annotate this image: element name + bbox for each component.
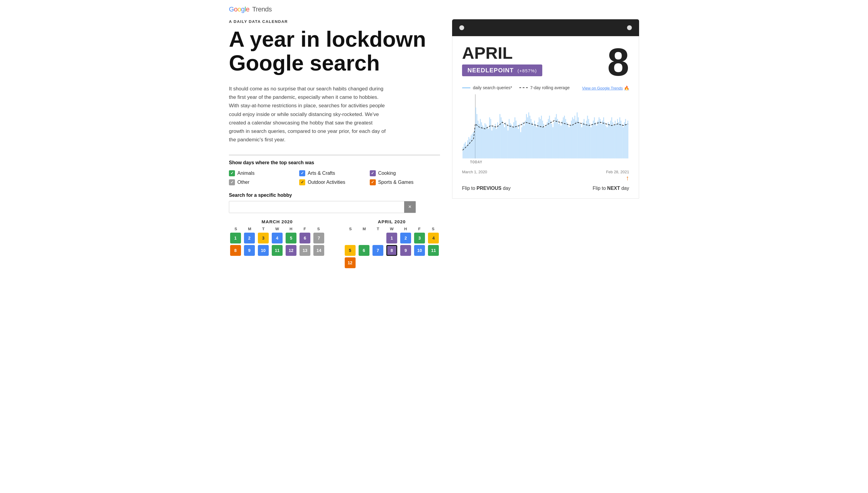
svg-text:TODAY: TODAY — [470, 160, 482, 164]
cal-empty — [358, 233, 369, 243]
filter-other[interactable]: ✓ Other — [229, 179, 299, 185]
svg-rect-66 — [537, 122, 538, 158]
table-row[interactable]: 11 — [272, 245, 283, 256]
svg-rect-77 — [550, 121, 551, 158]
svg-rect-144 — [627, 121, 628, 158]
table-row[interactable]: 9 — [244, 245, 255, 256]
table-row-selected[interactable]: 8 — [386, 245, 397, 256]
arrow-up-icon: ↑ — [626, 174, 629, 182]
svg-rect-23 — [488, 129, 489, 158]
table-row[interactable]: 4 — [272, 233, 283, 243]
table-row[interactable]: 8 — [230, 245, 241, 256]
svg-rect-109 — [587, 116, 588, 158]
table-row[interactable]: 6 — [358, 245, 369, 256]
calendar-march: MARCH 2020 S M T W H F S 1 2 3 4 — [229, 219, 326, 269]
table-row[interactable]: 1 — [230, 233, 241, 243]
flip-next-button[interactable]: Flip to NEXT day — [593, 186, 629, 191]
svg-rect-4 — [466, 145, 467, 158]
svg-rect-83 — [557, 119, 558, 158]
cal-empty — [372, 233, 383, 243]
table-row[interactable]: 9 — [400, 245, 411, 256]
svg-rect-39 — [507, 126, 507, 158]
filter-cooking[interactable]: ✓ Cooking — [370, 170, 440, 176]
svg-rect-112 — [591, 127, 592, 158]
table-row[interactable]: 12 — [345, 257, 356, 268]
table-row[interactable]: 2 — [244, 233, 255, 243]
svg-rect-105 — [582, 122, 583, 158]
svg-rect-62 — [533, 126, 534, 158]
svg-rect-14 — [478, 121, 479, 158]
svg-rect-115 — [594, 117, 595, 158]
description: It should come as no surprise that our s… — [229, 85, 386, 144]
cal-empty — [345, 233, 356, 243]
table-row[interactable]: 1 — [386, 233, 397, 243]
filter-label-other: Other — [237, 179, 249, 185]
svg-rect-73 — [545, 126, 546, 158]
svg-rect-135 — [617, 119, 618, 158]
svg-rect-90 — [565, 119, 566, 158]
table-row[interactable]: 5 — [345, 245, 356, 256]
table-row[interactable]: 4 — [428, 233, 439, 243]
flip-prev-text: Flip to — [462, 186, 477, 191]
svg-rect-106 — [584, 119, 584, 158]
svg-rect-15 — [479, 124, 479, 158]
svg-rect-122 — [602, 121, 603, 158]
svg-rect-101 — [578, 117, 579, 158]
svg-rect-121 — [601, 124, 602, 158]
svg-rect-54 — [523, 126, 524, 158]
svg-rect-116 — [595, 122, 596, 158]
svg-rect-91 — [566, 122, 567, 158]
svg-rect-38 — [505, 122, 506, 158]
filter-label-cooking: Cooking — [378, 171, 396, 176]
flip-previous-button[interactable]: Flip to PREVIOUS day — [462, 186, 511, 191]
checkbox-sports[interactable]: ✓ — [370, 179, 376, 185]
table-row[interactable]: 13 — [299, 245, 310, 256]
trend-pct: (+857%) — [518, 68, 537, 73]
table-row[interactable]: 12 — [286, 245, 296, 256]
table-row[interactable]: 10 — [258, 245, 269, 256]
checkbox-outdoor[interactable]: ✓ — [299, 179, 305, 185]
card-top-row: APRIL NEEDLEPOINT (+857%) 8 — [462, 45, 629, 82]
filter-outdoor[interactable]: ✓ Outdoor Activities — [299, 179, 369, 185]
filter-arts-crafts[interactable]: ✓ Arts & Crafts — [299, 170, 369, 176]
table-row[interactable]: 3 — [258, 233, 269, 243]
filter-animals[interactable]: ✓ Animals — [229, 170, 299, 176]
svg-rect-97 — [573, 119, 574, 158]
check-cooking: ✓ — [371, 171, 374, 175]
svg-rect-46 — [515, 117, 515, 158]
svg-rect-88 — [563, 117, 564, 158]
table-row[interactable]: 6 — [299, 233, 310, 243]
table-row[interactable]: 7 — [372, 245, 383, 256]
checkbox-other[interactable]: ✓ — [229, 179, 235, 185]
view-trends-link[interactable]: View on Google Trends 🔥 — [582, 86, 629, 90]
svg-rect-32 — [498, 126, 499, 158]
logo-letter-o2: o — [237, 5, 241, 13]
checkbox-cooking[interactable]: ✓ — [370, 170, 376, 176]
table-row[interactable]: 3 — [414, 233, 425, 243]
card-footer: ↑ Flip to PREVIOUS day Flip to NEXT day — [462, 174, 629, 191]
svg-rect-82 — [556, 114, 557, 158]
filter-sports[interactable]: ✓ Sports & Games — [370, 179, 440, 185]
svg-rect-10 — [473, 132, 474, 158]
table-row[interactable]: 7 — [313, 233, 324, 243]
table-row[interactable]: 11 — [428, 245, 439, 256]
svg-rect-35 — [502, 121, 503, 158]
table-row[interactable]: 2 — [400, 233, 411, 243]
svg-rect-80 — [554, 122, 555, 158]
table-row[interactable]: 10 — [414, 245, 425, 256]
svg-rect-7 — [470, 138, 471, 158]
svg-rect-8 — [471, 135, 472, 158]
search-input[interactable] — [229, 201, 404, 213]
table-row[interactable]: 5 — [286, 233, 296, 243]
table-row[interactable]: 14 — [313, 245, 324, 256]
checkbox-arts-crafts[interactable]: ✓ — [299, 170, 305, 176]
checkbox-animals[interactable]: ✓ — [229, 170, 235, 176]
svg-rect-143 — [626, 124, 627, 158]
svg-rect-138 — [620, 121, 621, 158]
svg-rect-78 — [551, 124, 552, 158]
svg-rect-130 — [611, 117, 612, 158]
main-title: A year in lockdown Google search — [229, 27, 440, 75]
search-clear-button[interactable]: × — [404, 201, 416, 213]
svg-rect-9 — [472, 134, 473, 158]
calendar-card: APRIL NEEDLEPOINT (+857%) 8 daily search… — [452, 36, 639, 198]
